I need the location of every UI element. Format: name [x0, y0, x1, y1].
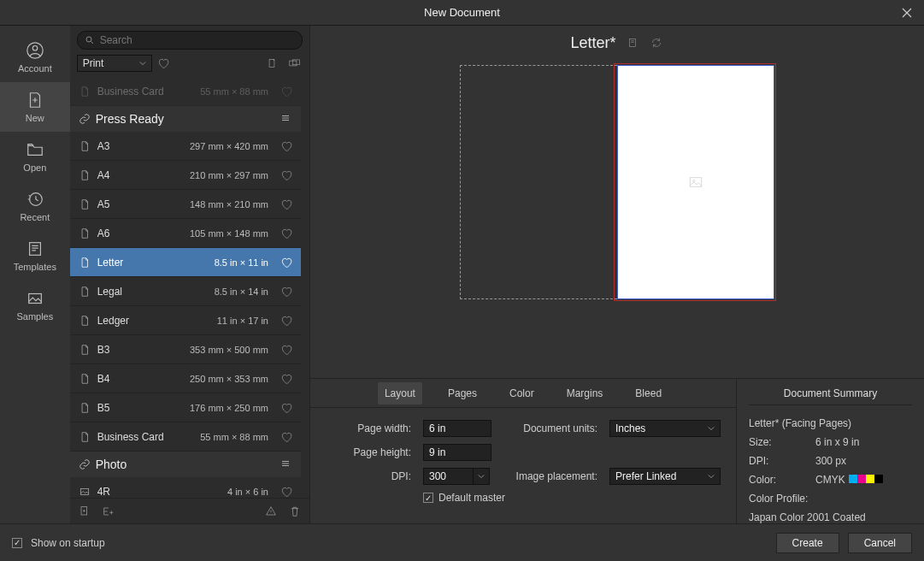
preset-item[interactable]: Legal8.5 in × 14 in	[70, 277, 301, 306]
category-select[interactable]: Print	[77, 55, 152, 72]
left-page-outline	[460, 65, 617, 299]
link-icon	[79, 113, 91, 125]
link-icon	[79, 458, 91, 470]
favorite-icon[interactable]	[280, 169, 292, 181]
favorite-icon[interactable]	[280, 486, 292, 498]
orientation-landscape-button[interactable]	[285, 55, 303, 72]
group-menu-icon[interactable]	[280, 458, 292, 470]
summary-name: Letter* (Facing Pages)	[749, 417, 912, 429]
favorite-icon[interactable]	[280, 198, 292, 210]
page-height-input[interactable]	[423, 444, 491, 461]
page-icon	[79, 402, 91, 414]
favorites-filter-icon[interactable]	[157, 57, 169, 69]
preset-item[interactable]: Letter8.5 in × 11 in	[70, 248, 301, 277]
favorite-icon[interactable]	[280, 431, 292, 443]
tab-color[interactable]: Color	[503, 382, 541, 405]
preset-name: Business Card	[97, 431, 194, 443]
preview-canvas	[310, 60, 924, 378]
page-height-label: Page height:	[326, 446, 411, 458]
favorite-icon[interactable]	[280, 373, 292, 385]
document-units-select[interactable]: Inches	[609, 420, 721, 437]
chevron-down-icon	[708, 425, 715, 432]
preset-footer	[70, 498, 309, 523]
page-icon	[79, 431, 91, 443]
favorite-icon[interactable]	[280, 227, 292, 239]
search-field[interactable]	[77, 31, 303, 50]
nav-recent-label: Recent	[20, 212, 50, 222]
page-icon	[79, 373, 91, 385]
page-width-input[interactable]	[423, 420, 491, 437]
search-icon	[85, 35, 95, 45]
preview-sync-icon[interactable]	[649, 35, 664, 50]
preset-item[interactable]: 4R4 in × 6 in	[70, 477, 301, 498]
nav-recent[interactable]: Recent	[0, 181, 70, 231]
preset-dimensions: 55 mm × 88 mm	[200, 86, 268, 97]
nav-new[interactable]: New	[0, 82, 70, 132]
close-button[interactable]	[890, 0, 924, 26]
image-placement-label: Image placement:	[503, 470, 597, 482]
nav-samples[interactable]: Samples	[0, 280, 70, 330]
svg-rect-6	[269, 59, 274, 67]
summary-profile-label: Color Profile:	[749, 493, 912, 505]
preset-item[interactable]: B3353 mm × 500 mm	[70, 335, 301, 364]
group-menu-icon[interactable]	[280, 113, 292, 125]
preset-dimensions: 297 mm × 420 mm	[190, 141, 268, 151]
preset-item[interactable]: Business Card55 mm × 88 mm	[70, 422, 301, 452]
search-input[interactable]	[100, 34, 295, 46]
preset-group-header[interactable]: Press Ready	[70, 106, 301, 132]
page-icon	[79, 198, 91, 210]
preset-name: Business Card	[97, 86, 194, 97]
dpi-input[interactable]	[423, 468, 473, 485]
preset-item[interactable]: A3297 mm × 420 mm	[70, 132, 301, 161]
tab-bleed[interactable]: Bleed	[628, 382, 668, 405]
nav-account[interactable]: Account	[0, 32, 70, 82]
image-placement-select[interactable]: Prefer Linked	[609, 468, 721, 485]
nav-samples-label: Samples	[16, 311, 53, 322]
document-units-label: Document units:	[503, 422, 597, 434]
preset-item[interactable]: B4250 mm × 353 mm	[70, 364, 301, 393]
favorite-icon[interactable]	[280, 257, 292, 269]
preset-item[interactable]: A6105 mm × 148 mm	[70, 219, 301, 248]
preset-dimensions: 11 in × 17 in	[217, 316, 268, 326]
preset-item[interactable]: Business Card55 mm × 88 mm	[70, 77, 301, 106]
titlebar: New Document	[0, 0, 924, 26]
default-master-checkbox[interactable]: ✓	[423, 493, 433, 503]
nav-open[interactable]: Open	[0, 132, 70, 181]
tab-pages[interactable]: Pages	[441, 382, 484, 405]
tab-margins[interactable]: Margins	[560, 382, 610, 405]
favorite-icon[interactable]	[280, 86, 292, 97]
group-title: Press Ready	[96, 112, 275, 126]
preset-item[interactable]: Ledger11 in × 17 in	[70, 306, 301, 335]
favorite-icon[interactable]	[280, 344, 292, 356]
preset-item[interactable]: B5176 mm × 250 mm	[70, 393, 301, 422]
right-panel: Letter* LayoutPagesColorMarg	[310, 26, 924, 523]
orientation-portrait-button[interactable]	[263, 55, 280, 72]
cancel-button[interactable]: Cancel	[848, 533, 912, 553]
color-swatch	[849, 475, 857, 483]
show-on-startup-checkbox[interactable]: ✓	[12, 538, 22, 548]
preview-page-icon[interactable]	[625, 35, 640, 50]
page-width-label: Page width:	[326, 422, 411, 434]
add-preset-button[interactable]	[77, 504, 92, 519]
preset-item[interactable]: A5148 mm × 210 mm	[70, 190, 301, 219]
page-icon	[79, 227, 91, 239]
preset-item[interactable]: A4210 mm × 297 mm	[70, 161, 301, 190]
preset-dimensions: 353 mm × 500 mm	[190, 345, 268, 355]
preset-group-header[interactable]: Photo	[70, 452, 301, 477]
color-swatch	[874, 475, 883, 483]
preset-dimensions: 148 mm × 210 mm	[190, 199, 268, 210]
rename-preset-button[interactable]	[263, 504, 279, 519]
tab-layout[interactable]: Layout	[378, 382, 422, 405]
nav-templates[interactable]: Templates	[0, 231, 70, 280]
create-button[interactable]: Create	[776, 533, 839, 553]
dpi-dropdown-button[interactable]	[473, 468, 490, 485]
favorite-icon[interactable]	[280, 286, 292, 298]
summary-profile-value: Japan Color 2001 Coated	[749, 511, 912, 523]
delete-preset-button[interactable]	[287, 504, 303, 519]
favorite-icon[interactable]	[280, 402, 292, 414]
favorite-icon[interactable]	[280, 315, 292, 327]
favorite-icon[interactable]	[280, 140, 292, 152]
preset-list-scroll[interactable]: Business Card55 mm × 88 mmPress ReadyA32…	[70, 77, 309, 498]
add-category-button[interactable]	[101, 504, 116, 519]
preset-dimensions: 176 mm × 250 mm	[190, 403, 268, 413]
